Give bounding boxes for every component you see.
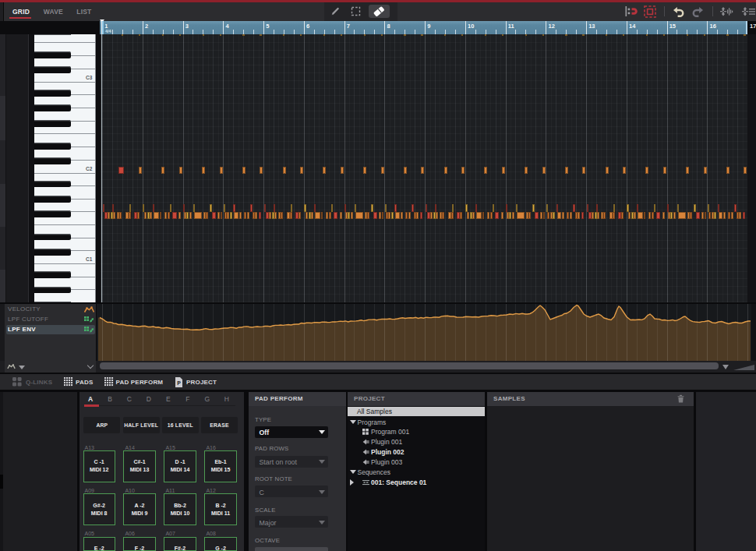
svg-text:P: P [177,380,181,385]
